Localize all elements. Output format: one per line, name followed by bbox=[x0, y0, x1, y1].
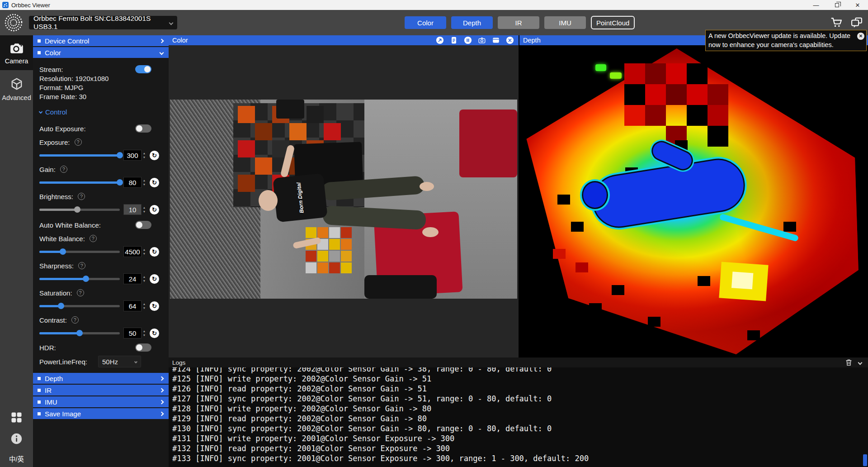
toggle-knob bbox=[136, 125, 142, 132]
brightness-stepper[interactable]: ▲▼ bbox=[142, 206, 147, 214]
clear-logs-trash-icon[interactable] bbox=[845, 359, 852, 366]
log-line: #124 [INFO] sync property: 2002@Color Se… bbox=[172, 367, 861, 374]
contrast-stepper[interactable]: ▲▼ bbox=[142, 329, 147, 337]
metadata-icon[interactable] bbox=[450, 36, 458, 44]
cart-icon[interactable] bbox=[830, 16, 844, 29]
format-info: Format: MJPG bbox=[39, 83, 169, 92]
chevron-right-icon bbox=[160, 411, 164, 416]
collapse-logs-icon[interactable] bbox=[858, 360, 863, 365]
color-stream-image: Born Digital bbox=[170, 100, 517, 299]
white-balance-slider[interactable] bbox=[39, 248, 120, 255]
reset-icon[interactable]: ↻ bbox=[150, 151, 159, 160]
cube-icon bbox=[10, 77, 24, 91]
depth-mode-button[interactable]: Depth bbox=[451, 16, 493, 29]
logs-scrollbar[interactable] bbox=[863, 368, 867, 466]
sharpness-value[interactable]: 24 bbox=[123, 273, 142, 284]
section-ir[interactable]: IR bbox=[33, 385, 169, 396]
help-icon[interactable] bbox=[77, 289, 84, 296]
hdr-toggle[interactable] bbox=[135, 343, 151, 352]
collapsed-sections: Depth IR IMU Save Image bbox=[33, 373, 169, 419]
window-controls: — ✕ bbox=[806, 0, 868, 10]
depth-checker-tiles bbox=[624, 63, 645, 84]
section-save-image[interactable]: Save Image bbox=[33, 408, 169, 419]
auto-exposure-row: Auto Exposure: bbox=[39, 124, 169, 133]
bullet-icon bbox=[38, 377, 41, 380]
reset-icon[interactable]: ↻ bbox=[150, 274, 159, 284]
control-group-header[interactable]: Control bbox=[39, 107, 169, 116]
section-device-control[interactable]: Device Control bbox=[33, 35, 169, 46]
apps-grid-icon[interactable] bbox=[10, 411, 23, 424]
stream-toggle[interactable] bbox=[135, 65, 151, 73]
reset-icon[interactable]: ↻ bbox=[150, 178, 159, 187]
toggle-knob bbox=[136, 344, 142, 351]
exposure-stepper[interactable]: ▲▼ bbox=[142, 152, 147, 159]
gain-value[interactable]: 80 bbox=[123, 177, 142, 188]
language-toggle[interactable]: 中/英 bbox=[9, 454, 24, 463]
help-icon[interactable] bbox=[78, 262, 85, 269]
pointcloud-mode-button[interactable]: PointCloud bbox=[591, 16, 635, 29]
gain-slider[interactable] bbox=[39, 179, 120, 186]
white-balance-value[interactable]: 4500 bbox=[123, 246, 142, 257]
close-button[interactable]: ✕ bbox=[847, 0, 868, 10]
power-line-freq-row: PowerLineFreq: 50Hz bbox=[39, 356, 169, 367]
photo-checker-tiles bbox=[238, 106, 255, 123]
sidebar-item-advanced[interactable]: Advanced bbox=[0, 70, 33, 107]
gain-stepper[interactable]: ▲▼ bbox=[142, 179, 147, 186]
auto-white-balance-toggle[interactable] bbox=[135, 221, 151, 229]
mirror-icon[interactable] bbox=[436, 36, 444, 44]
sidebar: Camera Advanced 中/英 bbox=[0, 35, 33, 467]
white-balance-stepper[interactable]: ▲▼ bbox=[142, 248, 147, 256]
mannequin-foot bbox=[422, 227, 439, 237]
brightness-value[interactable]: 10 bbox=[123, 204, 142, 215]
feedback-chat-icon[interactable] bbox=[850, 16, 863, 29]
mannequin-torso: Born Digital bbox=[273, 173, 328, 222]
restore-icon bbox=[835, 3, 839, 7]
saturation-slider[interactable] bbox=[39, 303, 120, 309]
sharpness-slider[interactable] bbox=[39, 276, 120, 282]
saturation-stepper[interactable]: ▲▼ bbox=[142, 302, 147, 310]
power-line-freq-select[interactable]: 50Hz bbox=[98, 356, 141, 367]
sharpness-stepper[interactable]: ▲▼ bbox=[142, 275, 147, 283]
pause-icon[interactable] bbox=[464, 36, 472, 44]
contrast-value[interactable]: 50 bbox=[123, 328, 142, 338]
exposure-value[interactable]: 300 bbox=[123, 150, 142, 161]
device-selector[interactable]: Orbbec Femto Bolt SN:CL83842001S USB3.1 bbox=[29, 16, 177, 29]
ir-mode-button[interactable]: IR bbox=[498, 16, 539, 29]
sidebar-item-camera[interactable]: Camera bbox=[0, 35, 33, 70]
help-icon[interactable] bbox=[90, 235, 97, 242]
title-bar: Orbbec Viewer — ✕ bbox=[0, 0, 868, 10]
help-icon[interactable] bbox=[75, 138, 82, 146]
color-viewport-toolbar bbox=[436, 36, 514, 44]
color-mode-button[interactable]: Color bbox=[405, 16, 446, 29]
reset-icon[interactable]: ↻ bbox=[150, 247, 159, 257]
contrast-slider[interactable] bbox=[39, 330, 120, 336]
saturation-value[interactable]: 64 bbox=[123, 300, 142, 311]
app-logo-icon bbox=[2, 2, 9, 8]
close-icon[interactable] bbox=[506, 36, 514, 44]
logs-scrollbar-thumb[interactable] bbox=[863, 454, 867, 466]
notification-close-icon[interactable]: ✕ bbox=[857, 33, 864, 40]
white-balance-control: White Balance: 4500 ▲▼ ↻ bbox=[39, 234, 169, 257]
saturation-control: Saturation: 64 ▲▼ ↻ bbox=[39, 288, 169, 311]
auto-exposure-toggle[interactable] bbox=[135, 124, 151, 133]
brightness-slider[interactable] bbox=[39, 206, 120, 213]
imu-mode-button[interactable]: IMU bbox=[544, 16, 586, 29]
reset-icon[interactable]: ↻ bbox=[150, 301, 159, 311]
help-icon[interactable] bbox=[78, 193, 85, 200]
section-depth[interactable]: Depth bbox=[33, 373, 169, 384]
reset-icon[interactable]: ↻ bbox=[150, 329, 159, 338]
info-icon[interactable] bbox=[10, 433, 23, 445]
logs-body[interactable]: #124 [INFO] sync property: 2002@Color Se… bbox=[172, 367, 861, 467]
chevron-down-icon bbox=[160, 50, 164, 55]
snapshot-icon[interactable] bbox=[478, 36, 486, 44]
section-imu[interactable]: IMU bbox=[33, 396, 169, 407]
frame-rate-info: Frame Rate: 30 bbox=[39, 92, 169, 101]
fullscreen-icon[interactable] bbox=[492, 36, 500, 44]
restore-button[interactable] bbox=[826, 0, 847, 10]
section-color[interactable]: Color bbox=[33, 47, 169, 58]
exposure-slider[interactable] bbox=[39, 152, 120, 158]
minimize-button[interactable]: — bbox=[806, 0, 826, 10]
reset-icon[interactable]: ↻ bbox=[150, 205, 159, 214]
help-icon[interactable] bbox=[60, 166, 67, 173]
help-icon[interactable] bbox=[71, 316, 79, 324]
